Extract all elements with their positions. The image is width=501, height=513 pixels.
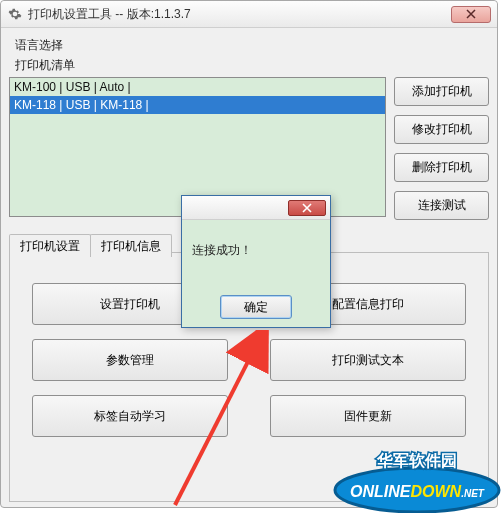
tabstrip: 打印机设置 打印机信息 — [9, 234, 171, 257]
gear-icon — [7, 6, 23, 22]
language-label: 语言选择 — [15, 37, 489, 54]
label-auto-button[interactable]: 标签自动学习 — [32, 395, 228, 437]
side-button-column: 添加打印机 修改打印机 删除打印机 连接测试 — [394, 77, 489, 220]
list-item[interactable]: KM-100 | USB | Auto | — [10, 78, 385, 96]
delete-printer-button[interactable]: 删除打印机 — [394, 153, 489, 182]
printer-list-label: 打印机清单 — [15, 57, 489, 74]
window-title: 打印机设置工具 -- 版本:1.1.3.7 — [28, 6, 191, 23]
dialog-close-button[interactable] — [288, 200, 326, 216]
modify-printer-button[interactable]: 修改打印机 — [394, 115, 489, 144]
param-manage-button[interactable]: 参数管理 — [32, 339, 228, 381]
tab-settings[interactable]: 打印机设置 — [9, 234, 91, 257]
tab-info[interactable]: 打印机信息 — [90, 234, 172, 257]
window-close-button[interactable] — [451, 6, 491, 23]
message-dialog: 连接成功！ 确定 — [181, 195, 331, 328]
titlebar: 打印机设置工具 -- 版本:1.1.3.7 — [1, 1, 497, 28]
test-text-button[interactable]: 打印测试文本 — [270, 339, 466, 381]
dialog-message: 连接成功！ — [192, 242, 320, 259]
add-printer-button[interactable]: 添加打印机 — [394, 77, 489, 106]
firmware-update-button[interactable]: 固件更新 — [270, 395, 466, 437]
list-item[interactable]: KM-118 | USB | KM-118 | — [10, 96, 385, 114]
connection-test-button[interactable]: 连接测试 — [394, 191, 489, 220]
dialog-titlebar — [182, 196, 330, 220]
dialog-ok-button[interactable]: 确定 — [220, 295, 292, 319]
